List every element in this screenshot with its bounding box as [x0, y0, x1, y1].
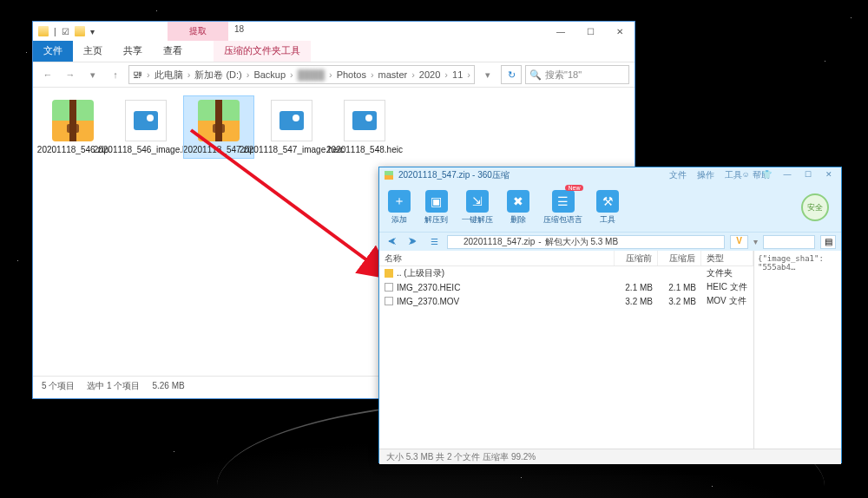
tab-home[interactable]: 主页 — [73, 41, 113, 62]
zip-titlebar: 20201118_547.zip - 360压缩 文件 操作 工具 帮助 ☺ 👕… — [379, 167, 841, 183]
crumb[interactable]: 此电脑 — [155, 69, 183, 82]
refresh-button[interactable]: ↻ — [501, 65, 522, 84]
menu-operation[interactable]: 操作 — [697, 169, 714, 181]
tools-button[interactable]: ⚒工具 — [596, 190, 619, 226]
image-icon — [271, 100, 312, 141]
file-name: 20201118_548.heic — [326, 145, 403, 154]
row-before: 2.1 MB — [615, 283, 658, 292]
maximize-button[interactable]: ☐ — [798, 167, 819, 181]
ribbon-tabs: 文件 主页 共享 查看 压缩的文件夹工具 — [33, 41, 635, 62]
file-item[interactable]: 20201118_546_image.heic — [111, 96, 181, 158]
menu-file[interactable]: 文件 — [669, 169, 687, 181]
folder-icon[interactable] — [75, 26, 85, 36]
ribbon-context-tab[interactable]: 提取 — [168, 22, 228, 41]
chevron-down-icon[interactable]: ▾ — [753, 237, 758, 246]
crumb[interactable]: 2020 — [419, 69, 440, 80]
crumb[interactable]: Backup — [253, 69, 286, 80]
search-placeholder: 搜索"18" — [545, 69, 582, 82]
view-list-icon[interactable]: ☰ — [426, 235, 442, 249]
row-before: 3.2 MB — [615, 297, 658, 306]
close-button[interactable]: ✕ — [819, 167, 839, 181]
qat-divider: | — [54, 27, 56, 36]
minimize-button[interactable]: — — [546, 22, 575, 41]
tab-view[interactable]: 查看 — [153, 41, 193, 62]
zip-icon — [198, 100, 240, 141]
row-type: HEIC 文件 — [701, 281, 753, 293]
zip-path-bar[interactable]: 20201118_547.zip - 解包大小为 5.3 MB — [447, 235, 725, 249]
add-button[interactable]: ＋添加 — [388, 190, 411, 226]
minimize-button[interactable]: — — [777, 167, 798, 181]
list-item[interactable]: .. (上级目录)文件夹 — [379, 266, 753, 280]
image-icon — [344, 100, 385, 141]
explorer-titlebar: | ☑ ▾ 提取 18 — ☐ ✕ — [33, 22, 635, 41]
zip-icon — [451, 238, 460, 246]
row-type: MOV 文件 — [701, 295, 753, 307]
search-icon: 🔍 — [529, 69, 542, 81]
nav-up-button[interactable]: ↑ — [106, 65, 125, 84]
qat-check-icon[interactable]: ☑ — [62, 27, 69, 36]
zip-window-title: 20201118_547.zip - 360压缩 — [398, 169, 510, 181]
row-name: IMG_2370.MOV — [397, 297, 459, 306]
extract-button[interactable]: ▣解压到 — [424, 190, 448, 226]
list-item[interactable]: IMG_2370.HEIC2.1 MB2.1 MBHEIC 文件 — [379, 280, 753, 294]
col-name[interactable]: 名称 — [379, 251, 615, 265]
close-button[interactable]: ✕ — [605, 22, 635, 41]
list-item[interactable]: IMG_2370.MOV3.2 MB3.2 MBMOV 文件 — [379, 294, 753, 308]
pc-icon: 🖳 — [133, 69, 142, 80]
maximize-button[interactable]: ☐ — [575, 22, 605, 41]
nav-back-button[interactable]: ⮜ — [385, 235, 400, 249]
zip-path-info: 解包大小为 5.3 MB — [545, 236, 618, 248]
sidebar-toggle-icon[interactable]: ▤ — [820, 235, 836, 249]
zip-file-list[interactable]: 名称 压缩前 压缩后 类型 .. (上级目录)文件夹IMG_2370.HEIC2… — [379, 251, 754, 449]
nav-forward-button[interactable]: ⮞ — [405, 235, 421, 249]
file-icon — [385, 283, 393, 292]
crumb[interactable]: master — [378, 69, 408, 80]
list-header: 名称 压缩前 压缩后 类型 — [379, 251, 753, 266]
tab-zip-tools[interactable]: 压缩的文件夹工具 — [214, 41, 311, 62]
scan-button[interactable]: ☰压缩包语言 — [543, 190, 582, 226]
file-icon — [385, 297, 393, 305]
breadcrumb[interactable]: 🖳› 此电脑› 新加卷 (D:)› Backup› ████› Photos› … — [128, 65, 475, 84]
image-icon — [125, 100, 167, 141]
nav-recent-button[interactable]: ▾ — [83, 65, 102, 84]
zip-toolbar: ＋添加 ▣解压到 ⇲一键解压 ✖删除 ☰压缩包语言 ⚒工具 安全 — [379, 183, 841, 232]
crumb[interactable]: 新加卷 (D:) — [194, 69, 241, 82]
qat-dropdown-icon[interactable]: ▾ — [90, 27, 95, 36]
zip-app-icon — [385, 171, 393, 180]
crumb-dropdown-icon[interactable]: ▾ — [478, 65, 497, 84]
address-bar-row: ← → ▾ ↑ 🖳› 此电脑› 新加卷 (D:)› Backup› ████› … — [33, 62, 635, 88]
crumb[interactable]: Photos — [337, 69, 366, 80]
nav-back-button[interactable]: ← — [38, 65, 57, 84]
v-badge[interactable]: V — [730, 235, 748, 249]
col-before[interactable]: 压缩前 — [615, 251, 658, 265]
oneclick-extract-button[interactable]: ⇲一键解压 — [462, 190, 493, 226]
zip-icon — [52, 100, 94, 141]
skin-icon[interactable]: 👕 — [756, 167, 777, 181]
col-after[interactable]: 压缩后 — [658, 251, 701, 265]
col-type[interactable]: 类型 — [701, 251, 753, 265]
tab-share[interactable]: 共享 — [113, 41, 153, 62]
zip-status-bar: 大小 5.3 MB 共 2 个文件 压缩率 99.2% — [379, 449, 841, 464]
delete-button[interactable]: ✖删除 — [507, 190, 529, 226]
zip-side-panel: {"image_sha1": "555ab4… — [754, 251, 841, 449]
row-name: IMG_2370.HEIC — [397, 283, 460, 292]
folder-icon — [385, 269, 393, 278]
row-name: .. (上级目录) — [397, 267, 444, 279]
crumb[interactable]: 11 — [452, 69, 463, 80]
zip-search-input[interactable] — [763, 235, 815, 249]
nav-forward-button[interactable]: → — [61, 65, 80, 84]
tab-file[interactable]: 文件 — [33, 41, 73, 62]
window-title: 18 — [234, 24, 244, 34]
search-input[interactable]: 🔍 搜索"18" — [525, 65, 629, 84]
file-item[interactable]: 20201118_547_image.heic — [257, 96, 326, 158]
row-type: 文件夹 — [701, 267, 753, 279]
crumb-redacted: ████ — [298, 69, 325, 80]
zip-nav-bar: ⮜ ⮞ ☰ 20201118_547.zip - 解包大小为 5.3 MB V … — [379, 232, 841, 251]
row-after: 3.2 MB — [658, 297, 701, 306]
row-after: 2.1 MB — [658, 283, 701, 292]
safe-badge: 安全 — [801, 193, 829, 221]
zip-path-file: 20201118_547.zip — [464, 237, 535, 246]
feedback-icon[interactable]: ☺ — [735, 167, 756, 181]
folder-icon — [38, 26, 49, 36]
file-item[interactable]: 20201118_548.heic — [330, 96, 399, 158]
